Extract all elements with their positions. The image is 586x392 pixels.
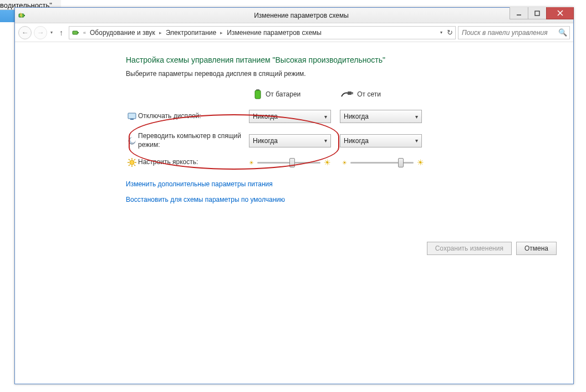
dialog-buttons: Сохранить изменения Отмена — [427, 242, 557, 255]
sun-bright-icon: ☀ — [417, 158, 424, 167]
sleep-battery-dropdown[interactable]: Никогда — [249, 134, 331, 147]
brightness-battery-slider[interactable]: ☀ ☀ — [249, 158, 331, 167]
save-button[interactable]: Сохранить изменения — [427, 242, 512, 255]
chevron-right-icon: ▸ — [157, 30, 164, 35]
svg-line-23 — [134, 165, 135, 166]
column-headers: От батареи От сети — [253, 89, 557, 100]
content-area: Настройка схемы управления питанием "Выс… — [15, 42, 573, 384]
ac-column-header: От сети — [340, 90, 381, 99]
svg-line-22 — [129, 159, 130, 160]
sun-dim-icon: ☀ — [342, 160, 347, 166]
page-subtext: Выберите параметры перевода дисплея в сп… — [126, 70, 557, 78]
setting-row-display-off: Отключать дисплей: Никогда Никогда — [126, 110, 557, 123]
back-button[interactable]: ← — [18, 26, 32, 39]
sun-icon — [126, 158, 138, 167]
titlebar: Изменение параметров схемы — [15, 8, 573, 23]
search-input[interactable] — [461, 28, 558, 37]
navigation-bar: ← → ▾ ↑ « Оборудование и звук ▸ Электроп… — [15, 23, 573, 42]
brightness-ac-slider[interactable]: ☀ ☀ — [342, 158, 424, 167]
display-off-label: Отключать дисплей: — [138, 112, 249, 121]
svg-rect-10 — [348, 91, 351, 95]
breadcrumb-item[interactable]: Электропитание — [165, 29, 217, 37]
svg-point-17 — [130, 160, 134, 165]
svg-rect-6 — [73, 31, 78, 34]
main-window: Изменение параметров схемы ← → ▾ ↑ « Обо… — [14, 7, 574, 384]
setting-row-sleep: Переводить компьютер в спящий режим: Ник… — [126, 132, 557, 149]
ac-column-label: От сети — [357, 90, 381, 98]
breadcrumb-dropdown[interactable]: ▾ — [440, 30, 442, 35]
breadcrumb-item[interactable]: Оборудование и звук — [89, 29, 156, 37]
svg-rect-7 — [78, 32, 79, 33]
breadcrumb-item[interactable]: Изменение параметров схемы — [226, 29, 323, 37]
minimize-button[interactable] — [509, 7, 528, 19]
search-icon[interactable]: 🔍 — [558, 28, 567, 37]
power-options-icon — [15, 11, 29, 20]
battery-icon — [253, 89, 262, 100]
svg-rect-3 — [535, 11, 539, 16]
svg-rect-9 — [255, 90, 261, 99]
sleep-ac-dropdown[interactable]: Никогда — [340, 134, 422, 147]
battery-column-header: От батареи — [253, 89, 300, 100]
sleep-label: Переводить компьютер в спящий режим: — [138, 132, 249, 149]
page-heading: Настройка схемы управления питанием "Выс… — [126, 55, 557, 64]
slider-track[interactable] — [257, 162, 320, 164]
up-button[interactable]: ↑ — [56, 28, 67, 37]
moon-icon — [126, 136, 138, 145]
sun-dim-icon: ☀ — [249, 160, 254, 166]
cancel-button[interactable]: Отмена — [516, 242, 557, 255]
display-off-battery-dropdown[interactable]: Никогда — [249, 110, 331, 123]
breadcrumb-prefix: « — [81, 30, 88, 35]
search-box[interactable]: 🔍 — [458, 26, 570, 39]
ac-plug-icon — [340, 90, 354, 99]
history-dropdown[interactable]: ▾ — [49, 30, 54, 35]
display-icon — [126, 112, 138, 121]
svg-rect-14 — [130, 119, 134, 120]
slider-track[interactable] — [350, 162, 414, 164]
maximize-button[interactable] — [528, 7, 547, 19]
slider-thumb[interactable] — [289, 158, 295, 167]
advanced-settings-link[interactable]: Изменить дополнительные параметры питани… — [126, 180, 557, 188]
restore-defaults-link[interactable]: Восстановить для схемы параметры по умол… — [126, 196, 557, 203]
svg-rect-13 — [128, 113, 136, 119]
svg-point-16 — [130, 137, 136, 142]
sun-bright-icon: ☀ — [324, 158, 331, 167]
window-title: Изменение параметров схемы — [29, 12, 573, 19]
setting-row-brightness: Настроить яркость: ☀ ☀ ☀ ☀ — [126, 158, 557, 167]
brightness-label: Настроить яркость: — [138, 158, 249, 167]
chevron-right-icon: ▸ — [218, 30, 225, 35]
svg-line-24 — [134, 159, 135, 160]
battery-column-label: От батареи — [266, 90, 300, 98]
refresh-button[interactable]: ↻ — [447, 28, 453, 37]
svg-rect-1 — [24, 15, 25, 16]
slider-thumb[interactable] — [398, 158, 404, 167]
display-off-ac-dropdown[interactable]: Никогда — [340, 110, 422, 123]
breadcrumb[interactable]: « Оборудование и звук ▸ Электропитание ▸… — [69, 26, 456, 39]
svg-line-25 — [129, 165, 130, 166]
close-button[interactable] — [546, 7, 574, 19]
background-window-titlebar-fragment — [0, 10, 16, 22]
forward-button[interactable]: → — [34, 26, 47, 39]
power-options-icon — [72, 28, 80, 37]
